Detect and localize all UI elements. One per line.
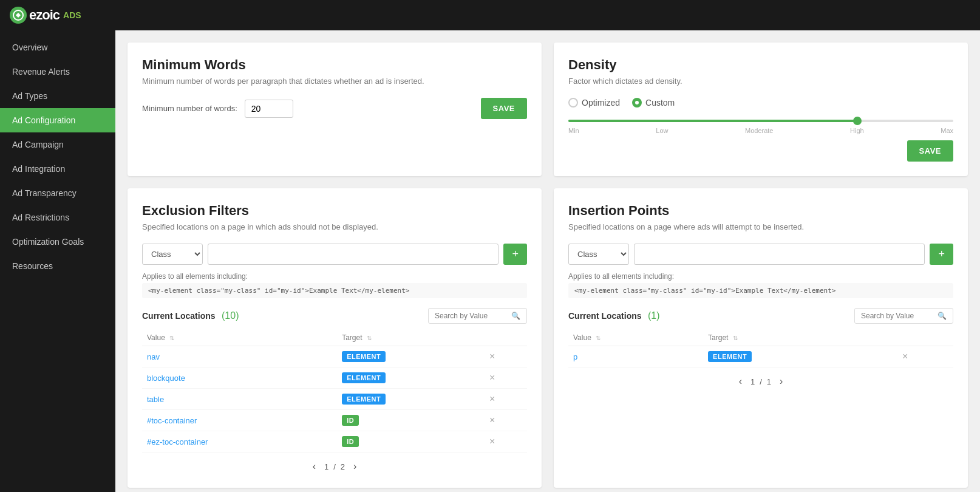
insertion-target-badge: ELEMENT	[708, 351, 752, 362]
density-custom-option[interactable]: Custom	[632, 98, 675, 108]
main-content: Minimum Words Minimum number of words pe…	[115, 30, 980, 492]
exclusion-col-value: Value ⇅	[142, 330, 337, 346]
insertion-table-row: p ELEMENT ×	[568, 346, 953, 367]
density-optimized-option[interactable]: Optimized	[568, 98, 620, 108]
sidebar-item-optimization-goals[interactable]: Optimization Goals	[0, 230, 115, 254]
sidebar-item-ad-integration[interactable]: Ad Integration	[0, 157, 115, 181]
density-slider-container: Min Low Moderate High Max	[568, 120, 953, 134]
exclusion-remove-button[interactable]: ×	[489, 372, 495, 383]
insertion-row-value: p	[568, 346, 703, 367]
sidebar-item-overview[interactable]: Overview	[0, 35, 115, 60]
exclusion-search-box[interactable]: 🔍	[428, 308, 527, 324]
exclusion-filter-row: Class +	[142, 244, 527, 265]
exclusion-value-link[interactable]: nav	[147, 352, 160, 361]
exclusion-table-row: blockquote ELEMENT ×	[142, 367, 527, 389]
insertion-search-input[interactable]	[861, 312, 934, 320]
insertion-sort-icon[interactable]: ⇅	[596, 335, 601, 341]
insertion-remove-button[interactable]: ×	[902, 351, 908, 362]
insertion-points-desc: Specified locations on a page where ads …	[568, 222, 953, 231]
insertion-page-next[interactable]: ›	[776, 375, 786, 388]
insertion-code-example: <my-element class="my-class" id="my-id">…	[568, 283, 953, 298]
exclusion-value-link[interactable]: #ez-toc-container	[147, 437, 208, 446]
exclusion-table-row: #ez-toc-container ID ×	[142, 431, 527, 453]
minimum-words-save-button[interactable]: SAVE	[481, 98, 527, 119]
sidebar-item-resources[interactable]: Resources	[0, 254, 115, 278]
density-options: Optimized Custom	[568, 98, 953, 108]
exclusion-table-row: table ELEMENT ×	[142, 389, 527, 410]
exclusion-locations-title-group: Current Locations (10)	[142, 310, 239, 321]
insertion-search-box[interactable]: 🔍	[854, 308, 953, 324]
sidebar-item-ad-restrictions[interactable]: Ad Restrictions	[0, 205, 115, 230]
minimum-words-title: Minimum Words	[142, 57, 527, 73]
exclusion-target-sort-icon[interactable]: ⇅	[367, 335, 372, 341]
insertion-col-value: Value ⇅	[568, 330, 703, 346]
exclusion-remove-button[interactable]: ×	[489, 394, 495, 405]
sidebar-item-revenue-alerts[interactable]: Revenue Alerts	[0, 60, 115, 84]
exclusion-filters-desc: Specified locations on a page in which a…	[142, 222, 527, 231]
insertion-col-actions	[897, 330, 953, 346]
exclusion-locations-header: Current Locations (10) 🔍	[142, 308, 527, 324]
header: ezoic ADS	[0, 0, 980, 30]
slider-label-low: Low	[656, 127, 668, 134]
exclusion-row-remove: ×	[485, 431, 527, 453]
insertion-locations-count: (1)	[648, 310, 660, 321]
minimum-words-label: Minimum number of words:	[142, 104, 237, 113]
logo: ezoic ADS	[10, 7, 81, 24]
slider-label-high: High	[850, 127, 864, 134]
exclusion-target-badge: ID	[342, 415, 359, 426]
density-save-button[interactable]: SAVE	[907, 140, 953, 162]
density-save-row: SAVE	[568, 140, 953, 162]
sidebar-item-ad-configuration[interactable]: Ad Configuration	[0, 108, 115, 132]
exclusion-table-row: nav ELEMENT ×	[142, 346, 527, 367]
insertion-locations-title: Current Locations	[568, 311, 642, 321]
exclusion-row-value: #ez-toc-container	[142, 431, 337, 453]
exclusion-remove-button[interactable]: ×	[489, 415, 495, 426]
exclusion-row-value: #toc-container	[142, 410, 337, 431]
exclusion-row-target: ELEMENT	[337, 346, 485, 367]
insertion-filter-add-button[interactable]: +	[930, 244, 953, 265]
exclusion-filter-add-button[interactable]: +	[503, 244, 527, 265]
exclusion-row-remove: ×	[485, 367, 527, 389]
minimum-words-input[interactable]	[245, 100, 293, 118]
insertion-page-prev[interactable]: ‹	[735, 375, 746, 388]
exclusion-page-prev[interactable]: ‹	[309, 460, 319, 473]
exclusion-value-link[interactable]: blockquote	[147, 374, 185, 383]
exclusion-row-remove: ×	[485, 346, 527, 367]
insertion-row-target: ELEMENT	[703, 346, 897, 367]
exclusion-row-target: ID	[337, 410, 485, 431]
exclusion-page-total: 2	[341, 462, 345, 471]
insertion-filter-select[interactable]: Class	[568, 244, 629, 265]
sidebar-item-ad-transparency[interactable]: Ad Transparency	[0, 181, 115, 205]
exclusion-filters-card: Exclusion Filters Specified locations on…	[128, 188, 542, 488]
sidebar: Overview Revenue Alerts Ad Types Ad Conf…	[0, 30, 115, 492]
exclusion-row-value: nav	[142, 346, 337, 367]
insertion-value-link[interactable]: p	[573, 352, 577, 361]
sidebar-item-ad-types[interactable]: Ad Types	[0, 84, 115, 108]
density-custom-radio[interactable]	[632, 98, 642, 108]
exclusion-applies-label: Applies to all elements including:	[142, 272, 527, 281]
exclusion-remove-button[interactable]: ×	[489, 436, 495, 447]
insertion-target-sort-icon[interactable]: ⇅	[733, 335, 738, 341]
exclusion-sort-icon[interactable]: ⇅	[169, 335, 174, 341]
exclusion-value-link[interactable]: #toc-container	[147, 416, 197, 425]
exclusion-table-row: #toc-container ID ×	[142, 410, 527, 431]
sidebar-item-ad-campaign[interactable]: Ad Campaign	[0, 132, 115, 157]
exclusion-locations-title: Current Locations	[142, 311, 216, 321]
exclusion-target-badge: ELEMENT	[342, 351, 386, 362]
exclusion-row-value: table	[142, 389, 337, 410]
exclusion-search-input[interactable]	[435, 312, 508, 320]
density-slider-thumb[interactable]	[853, 117, 862, 125]
exclusion-filter-select[interactable]: Class	[142, 244, 203, 265]
exclusion-col-actions	[485, 330, 527, 346]
density-optimized-label: Optimized	[582, 98, 620, 108]
insertion-filter-input[interactable]	[634, 244, 925, 265]
exclusion-page-next[interactable]: ›	[350, 460, 360, 473]
density-slider-fill	[568, 120, 857, 122]
slider-label-moderate: Moderate	[745, 127, 773, 134]
exclusion-remove-button[interactable]: ×	[489, 351, 495, 362]
exclusion-value-link[interactable]: table	[147, 395, 164, 404]
content-grid: Minimum Words Minimum number of words pe…	[128, 43, 968, 488]
exclusion-row-target: ID	[337, 431, 485, 453]
exclusion-filter-input[interactable]	[208, 244, 499, 265]
density-optimized-radio[interactable]	[568, 98, 578, 108]
